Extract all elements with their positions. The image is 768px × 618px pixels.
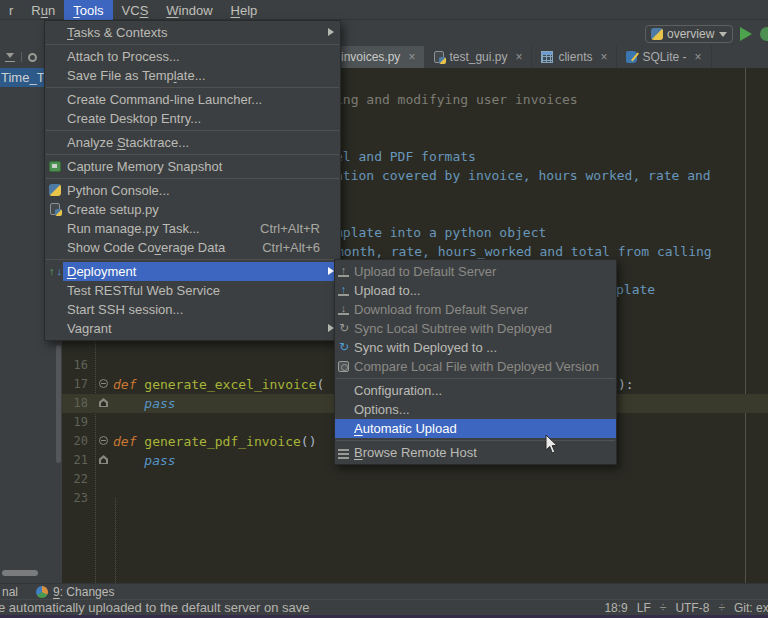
memory-snapshot-icon — [49, 161, 61, 172]
line-separator-widget[interactable]: LF — [637, 601, 651, 615]
menu-bar: rRunToolsVCSWindowHelp — [0, 0, 768, 20]
menubar-item-window[interactable]: Window — [157, 0, 221, 20]
right-margin-guide — [745, 68, 746, 583]
project-vertical-scrollbar[interactable] — [56, 345, 61, 463]
tools-menu-item-create-desktop-entry[interactable]: Create Desktop Entry... — [45, 109, 340, 128]
widget-divider-icon: ÷ — [660, 601, 667, 615]
tab-test-gui-py[interactable]: test_gui.py× — [424, 46, 532, 68]
encoding-widget[interactable]: UTF-8 — [675, 601, 709, 615]
menu-item-label: Sync with Deployed to ... — [354, 338, 497, 357]
menu-separator — [46, 259, 339, 260]
code-line: def generate_pdf_invoice() — [113, 432, 317, 451]
menubar-item-help[interactable]: Help — [222, 0, 267, 20]
tools-menu-item-capture-memory-snapshot[interactable]: Capture Memory Snapshot — [45, 157, 340, 176]
code-token: pass — [144, 396, 175, 411]
deployment-menu-item-browse-remote-host[interactable]: Browse Remote Host — [335, 443, 616, 462]
project-panel-toolbar — [5, 52, 37, 62]
toolwindow-bar: nal 9: Changes — [0, 583, 768, 599]
vcs-branch-widget[interactable]: Git: expo — [734, 601, 768, 615]
project-horizontal-scrollbar[interactable] — [2, 570, 38, 576]
menu-item-shortcut: Ctrl+Alt+6 — [262, 238, 332, 257]
deployment-menu-item-upload-to[interactable]: ↑Upload to... — [335, 281, 616, 300]
tools-menu-item-start-ssh-session[interactable]: Start SSH session... — [45, 300, 340, 319]
python-file-icon — [434, 51, 444, 63]
collapse-all-icon[interactable] — [5, 53, 15, 62]
menu-item-label: Browse Remote Host — [354, 443, 477, 462]
python-icon — [651, 28, 663, 40]
menu-item-label: Test RESTful Web Service — [67, 281, 220, 300]
python-file-icon — [50, 203, 60, 215]
tab-close-icon[interactable]: × — [408, 50, 415, 64]
gear-icon[interactable] — [28, 53, 37, 62]
debug-icon[interactable] — [760, 27, 768, 41]
menubar-item-run[interactable]: Run — [22, 0, 64, 20]
fold-marker-start[interactable] — [99, 375, 108, 388]
caret-position-widget[interactable]: 18:9 — [604, 601, 627, 615]
tab-close-icon[interactable]: × — [515, 50, 522, 64]
code-fragment: el and PDF formats — [335, 147, 476, 166]
status-bar: e automatically uploaded to the default … — [0, 599, 768, 615]
tools-menu-item-vagrant[interactable]: Vagrant — [45, 319, 340, 338]
deployment-menu-item-compare-local-file-with-deployed-version[interactable]: Compare Local File with Deployed Version — [335, 357, 616, 376]
menu-item-label: Show Code Coverage Data — [67, 238, 225, 257]
menu-item-label: Sync Local Subtree with Deployed — [354, 319, 552, 338]
run-config-selector[interactable]: overview — [645, 25, 733, 43]
tab-sqlite[interactable]: SQLite -× — [617, 46, 711, 68]
tools-menu-item-save-file-as-template[interactable]: Save File as Template... — [45, 66, 340, 85]
menu-item-label: Configuration... — [354, 381, 442, 400]
tools-menu-item-deployment[interactable]: Deployment — [45, 262, 340, 281]
code-fragment: ): — [618, 375, 634, 394]
fold-marker-start[interactable] — [99, 432, 108, 445]
tab-close-icon[interactable]: × — [695, 50, 702, 64]
line-number: 23 — [62, 489, 88, 508]
tools-menu-item-tasks-contexts[interactable]: Tasks & Contexts — [45, 23, 340, 42]
run-button[interactable] — [740, 27, 752, 41]
menu-item-label: Compare Local File with Deployed Version — [354, 357, 599, 376]
tools-menu-item-test-restful-web-service[interactable]: Test RESTful Web Service — [45, 281, 340, 300]
tab-label: test_gui.py — [449, 50, 507, 64]
code-token — [113, 396, 144, 411]
line-number: 21 — [62, 451, 88, 470]
fold-marker-end[interactable] — [99, 451, 108, 464]
fold-marker-end[interactable] — [99, 394, 108, 407]
tab-close-icon[interactable]: × — [600, 50, 607, 64]
deployment-menu-item-automatic-upload[interactable]: Automatic Upload — [335, 419, 616, 438]
tools-menu-item-show-code-coverage-data[interactable]: Show Code Coverage DataCtrl+Alt+6 — [45, 238, 340, 257]
tools-menu-item-run-manage-py-task[interactable]: Run manage.py Task...Ctrl+Alt+R — [45, 219, 340, 238]
remote-host-icon — [338, 449, 349, 451]
deployment-icon — [49, 265, 62, 278]
menu-separator — [46, 44, 339, 45]
menu-item-label: Upload to Default Server — [354, 262, 496, 281]
tools-menu-item-create-command-line-launcher[interactable]: Create Command-line Launcher... — [45, 90, 340, 109]
line-number: 22 — [62, 470, 88, 489]
changes-label: 9: Changes — [53, 585, 114, 599]
tools-menu-item-python-console[interactable]: Python Console... — [45, 181, 340, 200]
tools-menu: Tasks & ContextsAttach to Process...Save… — [44, 20, 341, 341]
menu-item-label: Run manage.py Task... — [67, 219, 200, 238]
menu-item-label: Deployment — [67, 262, 136, 281]
menu-item-shortcut: Ctrl+Alt+R — [260, 219, 332, 238]
menubar-item-r: r — [0, 0, 22, 20]
code-token: pass — [144, 453, 175, 468]
deployment-menu-item-configuration[interactable]: Configuration... — [335, 381, 616, 400]
menu-separator — [46, 87, 339, 88]
sync-icon: ↻ — [338, 322, 350, 335]
tools-menu-item-attach-to-process[interactable]: Attach to Process... — [45, 47, 340, 66]
code-token: ( — [317, 377, 325, 392]
tools-menu-item-create-setup-py[interactable]: Create setup.py — [45, 200, 340, 219]
menubar-item-tools[interactable]: Tools — [64, 0, 112, 20]
menubar-item-vcs[interactable]: VCS — [113, 0, 158, 20]
fold-end-icon — [99, 455, 108, 464]
toolwindow-changes-button[interactable]: 9: Changes — [36, 585, 114, 599]
deployment-menu-item-download-from-default-server[interactable]: ↓Download from Default Server — [335, 300, 616, 319]
deployment-menu-item-sync-local-subtree-with-deployed[interactable]: ↻Sync Local Subtree with Deployed — [335, 319, 616, 338]
tools-menu-item-analyze-stacktrace[interactable]: Analyze Stacktrace... — [45, 133, 340, 152]
deployment-menu-item-upload-to-default-server[interactable]: ↑Upload to Default Server — [335, 262, 616, 281]
status-message: e automatically uploaded to the default … — [0, 600, 309, 615]
deployment-menu-item-options[interactable]: Options... — [335, 400, 616, 419]
toolwindow-terminal-button[interactable]: nal — [2, 585, 18, 599]
deployment-menu-item-sync-with-deployed-to[interactable]: ↻Sync with Deployed to ... — [335, 338, 616, 357]
menu-item-label: Capture Memory Snapshot — [67, 157, 222, 176]
menu-separator — [336, 440, 615, 441]
tab-clients[interactable]: clients× — [532, 46, 617, 68]
